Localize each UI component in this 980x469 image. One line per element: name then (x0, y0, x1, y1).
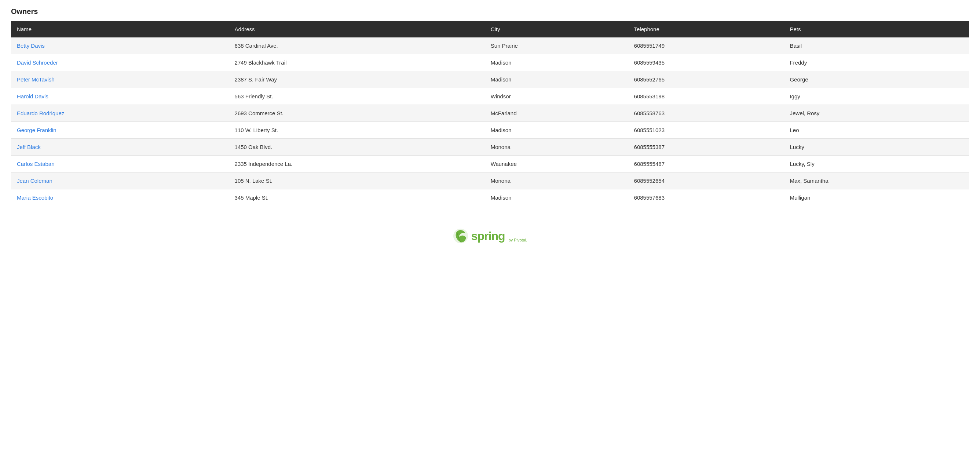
table-row: Jean Coleman105 N. Lake St.Monona6085552… (11, 172, 969, 189)
owner-name-link[interactable]: Jean Coleman (17, 178, 52, 184)
owner-name-cell: Jeff Black (11, 139, 229, 156)
owner-name-cell: Maria Escobito (11, 189, 229, 206)
owner-pets-cell: Basil (784, 37, 969, 54)
owner-telephone-cell: 6085552654 (628, 172, 784, 189)
owner-name-link[interactable]: Harold Davis (17, 93, 48, 99)
owner-name-link[interactable]: Carlos Estaban (17, 161, 55, 167)
owner-name-link[interactable]: Eduardo Rodriquez (17, 110, 64, 116)
owner-name-link[interactable]: Maria Escobito (17, 195, 53, 201)
pivotal-text: by Pivotal. (509, 238, 527, 242)
owners-table: Name Address City Telephone Pets Betty D… (11, 21, 969, 206)
owner-pets-cell: Jewel, Rosy (784, 105, 969, 122)
owner-name-link[interactable]: Peter McTavish (17, 77, 55, 83)
owner-name-link[interactable]: David Schroeder (17, 59, 58, 66)
owner-pets-cell: Lucky (784, 139, 969, 156)
owner-address-cell: 638 Cardinal Ave. (229, 37, 485, 54)
owner-name-link[interactable]: Betty Davis (17, 43, 45, 49)
owner-address-cell: 2693 Commerce St. (229, 105, 485, 122)
owner-city-cell: Madison (485, 189, 628, 206)
table-header-row: Name Address City Telephone Pets (11, 21, 969, 37)
owner-name-cell: Jean Coleman (11, 172, 229, 189)
table-row: Peter McTavish2387 S. Fair WayMadison608… (11, 71, 969, 88)
owner-name-cell: Eduardo Rodriquez (11, 105, 229, 122)
owner-city-cell: Windsor (485, 88, 628, 105)
table-row: Maria Escobito345 Maple St.Madison608555… (11, 189, 969, 206)
owner-pets-cell: Lucky, Sly (784, 156, 969, 172)
owner-telephone-cell: 6085551749 (628, 37, 784, 54)
owner-address-cell: 2749 Blackhawk Trail (229, 54, 485, 71)
owner-city-cell: Madison (485, 71, 628, 88)
table-row: Harold Davis563 Friendly St.Windsor60855… (11, 88, 969, 105)
owner-address-cell: 2335 Independence La. (229, 156, 485, 172)
table-row: David Schroeder2749 Blackhawk TrailMadis… (11, 54, 969, 71)
col-header-city: City (485, 21, 628, 37)
page-title: Owners (11, 7, 969, 16)
owner-name-cell: George Franklin (11, 122, 229, 139)
owner-name-cell: Peter McTavish (11, 71, 229, 88)
table-row: Betty Davis638 Cardinal Ave.Sun Prairie6… (11, 37, 969, 54)
owner-pets-cell: Iggy (784, 88, 969, 105)
owner-address-cell: 1450 Oak Blvd. (229, 139, 485, 156)
owner-telephone-cell: 6085557683 (628, 189, 784, 206)
owner-telephone-cell: 6085559435 (628, 54, 784, 71)
owner-name-cell: Betty Davis (11, 37, 229, 54)
table-row: Eduardo Rodriquez2693 Commerce St.McFarl… (11, 105, 969, 122)
col-header-pets: Pets (784, 21, 969, 37)
spring-logo: spring by Pivotal. (453, 228, 527, 244)
owner-city-cell: McFarland (485, 105, 628, 122)
owner-telephone-cell: 6085555487 (628, 156, 784, 172)
owner-telephone-cell: 6085553198 (628, 88, 784, 105)
owner-pets-cell: George (784, 71, 969, 88)
owner-city-cell: Monona (485, 139, 628, 156)
owner-address-cell: 563 Friendly St. (229, 88, 485, 105)
col-header-telephone: Telephone (628, 21, 784, 37)
owner-name-link[interactable]: George Franklin (17, 127, 56, 133)
owner-pets-cell: Leo (784, 122, 969, 139)
owner-telephone-cell: 6085558763 (628, 105, 784, 122)
owner-address-cell: 345 Maple St. (229, 189, 485, 206)
owner-name-cell: David Schroeder (11, 54, 229, 71)
owner-city-cell: Waunakee (485, 156, 628, 172)
owner-pets-cell: Mulligan (784, 189, 969, 206)
owner-city-cell: Madison (485, 122, 628, 139)
owner-name-link[interactable]: Jeff Black (17, 144, 41, 150)
owner-city-cell: Monona (485, 172, 628, 189)
owner-address-cell: 105 N. Lake St. (229, 172, 485, 189)
table-row: Jeff Black1450 Oak Blvd.Monona6085555387… (11, 139, 969, 156)
owner-address-cell: 110 W. Liberty St. (229, 122, 485, 139)
owner-address-cell: 2387 S. Fair Way (229, 71, 485, 88)
owner-telephone-cell: 6085551023 (628, 122, 784, 139)
owner-city-cell: Madison (485, 54, 628, 71)
owner-city-cell: Sun Prairie (485, 37, 628, 54)
owner-name-cell: Harold Davis (11, 88, 229, 105)
owner-telephone-cell: 6085555387 (628, 139, 784, 156)
spring-leaf-icon (453, 228, 468, 244)
table-row: George Franklin110 W. Liberty St.Madison… (11, 122, 969, 139)
owner-pets-cell: Freddy (784, 54, 969, 71)
owner-telephone-cell: 6085552765 (628, 71, 784, 88)
spring-brand-text: spring (471, 230, 505, 243)
owner-pets-cell: Max, Samantha (784, 172, 969, 189)
footer: spring by Pivotal. (11, 228, 969, 256)
col-header-address: Address (229, 21, 485, 37)
owner-name-cell: Carlos Estaban (11, 156, 229, 172)
col-header-name: Name (11, 21, 229, 37)
table-row: Carlos Estaban2335 Independence La.Wauna… (11, 156, 969, 172)
